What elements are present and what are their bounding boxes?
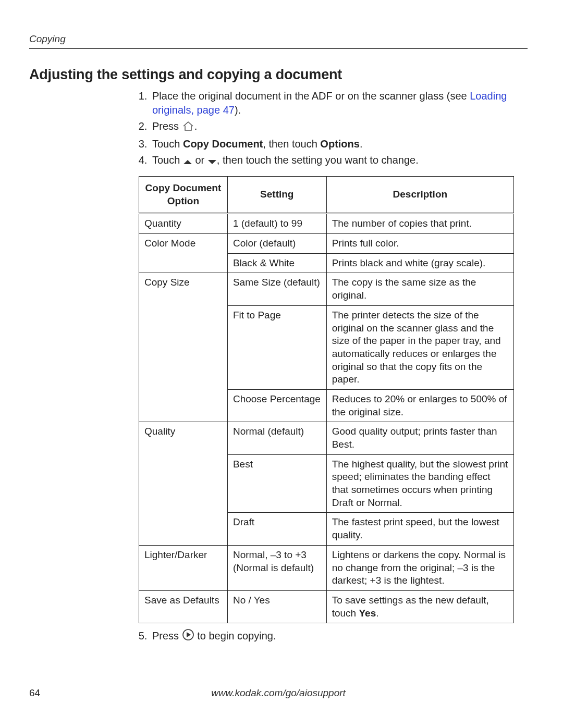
play-icon [182, 628, 194, 645]
cell-desc: To save settings as the new default, tou… [326, 590, 513, 623]
cell-setting: 1 (default) to 99 [227, 214, 326, 234]
step-2-text-post: . [194, 120, 198, 132]
cell-desc: The printer detects the size of the orig… [326, 305, 513, 389]
cell-setting: Draft [227, 513, 326, 545]
cell-desc: The fastest print speed, but the lowest … [326, 513, 513, 545]
header-divider [29, 48, 528, 49]
cell-desc-pre: To save settings as the new default, tou… [332, 595, 489, 619]
cell-option: Copy Size [139, 273, 228, 422]
table-row: Quality Normal (default) Good quality ou… [139, 422, 514, 454]
th-setting: Setting [227, 177, 326, 214]
cell-desc-post: . [376, 608, 378, 619]
cell-option: Save as Defaults [139, 590, 228, 623]
step-1-text-pre: Place the original document in the ADF o… [152, 90, 470, 102]
cell-desc: Prints black and white (gray scale). [326, 253, 513, 273]
up-arrow-icon [183, 155, 192, 169]
step-2-text-pre: Press [152, 120, 182, 132]
th-option: Copy Document Option [139, 177, 228, 214]
table-row: Quantity 1 (default) to 99 The number of… [139, 214, 514, 234]
cell-option: Quality [139, 422, 228, 546]
cell-setting: Best [227, 454, 326, 513]
table-row: Color Mode Color (default) Prints full c… [139, 234, 514, 254]
step-3: Touch Copy Document, then touch Options. [150, 137, 528, 151]
table-row: Copy Size Same Size (default) The copy i… [139, 273, 514, 305]
cell-setting: No / Yes [227, 590, 326, 623]
page-footer: 64 www.kodak.com/go/aiosupport [0, 687, 563, 699]
steps-list: Place the original document in the ADF o… [29, 89, 528, 169]
step-3-c: , then touch [263, 138, 320, 150]
th-description: Description [326, 177, 513, 214]
step-4-c: , then touch the setting you want to cha… [217, 154, 419, 166]
cell-desc: Reduces to 20% or enlarges to 500% of th… [326, 389, 513, 422]
step-3-b: Copy Document [183, 138, 263, 150]
page-title: Adjusting the settings and copying a doc… [29, 67, 528, 83]
cell-setting: Fit to Page [227, 305, 326, 389]
cell-option: Lighter/Darker [139, 545, 228, 590]
cell-setting: Choose Percentage [227, 389, 326, 422]
step-4-a: Touch [152, 154, 183, 166]
cell-setting: Color (default) [227, 234, 326, 254]
cell-setting: Normal, –3 to +3 (Normal is default) [227, 545, 326, 590]
step-5-a: Press [152, 630, 182, 641]
page-number: 64 [29, 687, 40, 699]
down-arrow-icon [207, 155, 217, 169]
table-row: Save as Defaults No / Yes To save settin… [139, 590, 514, 623]
step-4-b: or [192, 154, 207, 166]
cell-setting: Black & White [227, 253, 326, 273]
step-5-b: to begin copying. [197, 630, 276, 641]
cell-desc: The number of copies that print. [326, 214, 513, 234]
cell-desc: The highest quality, but the slowest pri… [326, 454, 513, 513]
cell-desc: Lightens or darkens the copy. Normal is … [326, 545, 513, 590]
step-5: Press to begin copying. [150, 628, 528, 645]
running-head: Copying [29, 33, 528, 48]
cell-option: Quantity [139, 214, 228, 234]
cell-desc: Good quality output; prints faster than … [326, 422, 513, 454]
cell-setting: Normal (default) [227, 422, 326, 454]
step-3-d: Options [320, 138, 360, 150]
table-row: Lighter/Darker Normal, –3 to +3 (Normal … [139, 545, 514, 590]
step-1: Place the original document in the ADF o… [150, 89, 528, 117]
cell-desc-bold: Yes [359, 608, 376, 619]
step-4: Touch or , then touch the setting you wa… [150, 153, 528, 169]
step-2: Press . [150, 119, 528, 135]
step-3-a: Touch [152, 138, 183, 150]
step-1-text-post: ). [235, 104, 241, 116]
cell-desc: Prints full color. [326, 234, 513, 254]
cell-setting: Same Size (default) [227, 273, 326, 305]
home-icon [182, 121, 194, 135]
footer-url: www.kodak.com/go/aiosupport [29, 687, 528, 699]
step-3-e: . [360, 138, 363, 150]
cell-desc: The copy is the same size as the origina… [326, 273, 513, 305]
cell-option: Color Mode [139, 234, 228, 273]
steps-list-cont: Press to begin copying. [29, 628, 528, 645]
options-table-wrap: Copy Document Option Setting Description… [139, 176, 528, 623]
copy-options-table: Copy Document Option Setting Description… [139, 176, 514, 623]
